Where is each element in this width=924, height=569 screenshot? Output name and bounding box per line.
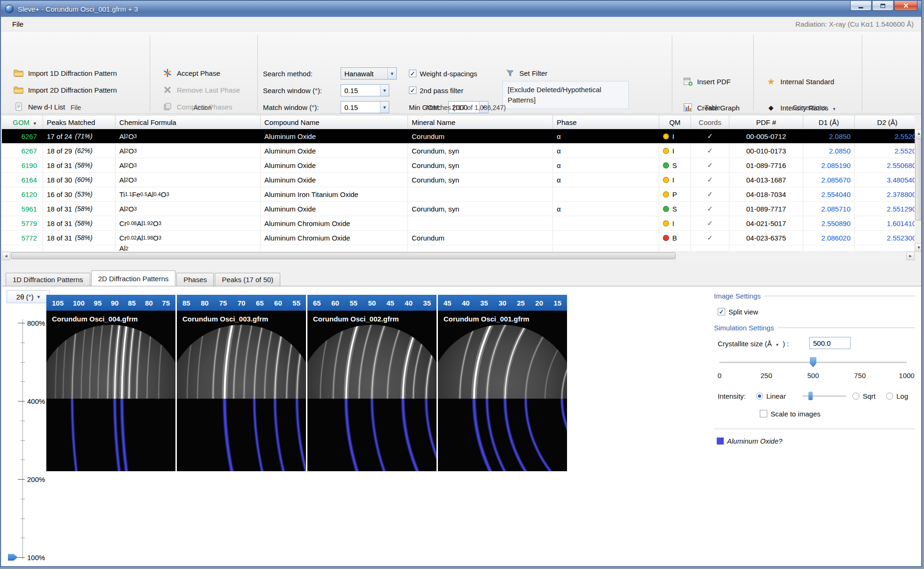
intensity-linear-radio[interactable]: Linear: [756, 391, 786, 401]
set-filter-button[interactable]: Set Filter: [502, 66, 550, 80]
zoom-minor-tick: [21, 518, 25, 519]
accept-phase-button[interactable]: Accept Phase: [159, 66, 223, 80]
table-row[interactable]: 626718 of 29(62%)Al2O3Aluminum OxideCoru…: [2, 144, 915, 158]
table-row[interactable]: 577918 of 31(58%)Cr0.08Al1.92O3Aluminum …: [2, 216, 915, 231]
zoom-track[interactable]: [22, 319, 23, 559]
table-row[interactable]: 619018 of 31(58%)Al2O3Aluminum OxideCoru…: [2, 158, 915, 173]
intensity-sqrt-radio[interactable]: Sqrt: [852, 391, 876, 401]
weight-d-spacings-checkbox[interactable]: Weight d-spacings: [409, 69, 477, 78]
import-2d-label: Import 2D Diffraction Pattern: [28, 86, 117, 94]
chevron-down-icon[interactable]: [380, 85, 389, 96]
zoom-thumb[interactable]: [8, 554, 18, 561]
menu-file[interactable]: File: [8, 19, 27, 29]
cell-pdf-number: 00-010-0173: [729, 144, 803, 158]
column-header[interactable]: Coords: [691, 116, 729, 129]
separator: [714, 429, 915, 429]
table-row[interactable]: 616418 of 30(60%)Al2O3Aluminum OxideCoru…: [2, 173, 915, 187]
cell-mineral-name: [408, 216, 553, 230]
scale-to-images-checkbox[interactable]: Scale to images: [760, 409, 821, 418]
column-header[interactable]: Phase: [553, 116, 659, 129]
cell-mineral-name: Corundum, syn: [408, 158, 553, 172]
matches-group-caption: Matches (117 of 1,036,247): [261, 104, 671, 111]
scale-tick-label: 60: [274, 299, 282, 307]
hscroll-thumb[interactable]: [11, 252, 676, 259]
cell-pdf-number: 04-021-5017: [729, 216, 803, 230]
scroll-left-button[interactable]: [2, 252, 10, 260]
scroll-right-button[interactable]: [906, 252, 915, 260]
scale-tick-label: 15: [553, 299, 561, 307]
two-theta-axis-dropdown[interactable]: 2θ (°): [7, 290, 50, 303]
cell-phase: α: [553, 129, 659, 143]
column-header[interactable]: D1 (Å): [803, 116, 855, 129]
vscroll-track[interactable]: [915, 138, 922, 243]
titlebar[interactable]: Sleve+ - Corundum Osci_001.gfrm + 3: [1, 1, 921, 17]
table-row[interactable]: 612016 of 30(53%)Ti1.1Fe0.5Al0.4O3Alumin…: [2, 187, 915, 202]
close-button[interactable]: [894, 1, 917, 11]
cell-peaks-matched: 18 of 31(58%): [43, 158, 116, 172]
table-row[interactable]: 577218 of 31(58%)Cr0.02Al1.98O3Aluminum …: [2, 231, 915, 245]
search-window-input[interactable]: 0.15: [341, 84, 389, 96]
second-pass-filter-checkbox[interactable]: 2nd pass filter: [409, 86, 463, 95]
scale-tick-label: 20: [535, 299, 543, 307]
chevron-down-icon[interactable]: [387, 68, 396, 79]
cell-pdf-number: 00-005-0712: [729, 129, 803, 143]
insert-pdf-button[interactable]: Insert PDF: [679, 74, 734, 88]
tab-peaks-17-of-50-[interactable]: Peaks (17 of 50): [215, 273, 280, 286]
column-header[interactable]: PDF #: [729, 116, 803, 129]
crystallite-slider[interactable]: [720, 357, 907, 368]
column-header[interactable]: Peaks Matched: [43, 116, 116, 129]
scroll-up-button[interactable]: [915, 129, 922, 138]
pattern-panel: 45403530252015Corundum Osci_001.gfrm: [438, 295, 567, 471]
folder-import-icon: [13, 85, 24, 95]
diffraction-image[interactable]: Corundum Osci_002.gfrm: [307, 311, 437, 471]
legend-item[interactable]: Aluminum Oxide?: [717, 436, 782, 445]
tab-phases[interactable]: Phases: [176, 273, 214, 286]
table-row[interactable]: Al2: [2, 245, 915, 252]
internal-standard-button[interactable]: ★ Internal Standard: [763, 74, 837, 88]
table-row[interactable]: 596118 of 31(58%)Al2O3Aluminum OxideCoru…: [2, 202, 915, 216]
cell-compound-name: Aluminum Chromium Oxide: [261, 231, 408, 245]
table-row[interactable]: 626717 of 24(71%)Al2O3Aluminum OxideCoru…: [2, 129, 915, 144]
cell-coords: ✓: [691, 173, 729, 187]
chevron-down-icon[interactable]: [775, 340, 779, 348]
intensity-log-radio[interactable]: Log: [886, 391, 908, 401]
remove-last-phase-button[interactable]: Remove Last Phase: [159, 83, 243, 97]
diffraction-image[interactable]: Corundum Osci_004.gfrm: [46, 311, 175, 471]
column-header[interactable]: Mineral Name: [408, 116, 553, 129]
search-method-select[interactable]: Hanawalt: [341, 67, 397, 80]
column-header[interactable]: GOM: [2, 116, 43, 129]
cell-gom: 5961: [2, 202, 43, 216]
cell-mineral-name: Corundum: [408, 129, 553, 143]
import-2d-button[interactable]: Import 2D Diffraction Pattern: [10, 83, 120, 97]
minimize-button[interactable]: [850, 1, 872, 11]
split-view-checkbox[interactable]: Split view: [718, 307, 758, 316]
table-vscrollbar[interactable]: [915, 129, 922, 252]
crystallite-size-input[interactable]: 500.0: [809, 337, 851, 349]
intensity-slider[interactable]: [803, 392, 846, 400]
import-1d-button[interactable]: Import 1D Diffraction Pattern: [10, 66, 120, 80]
group-divider: [257, 35, 258, 111]
column-header[interactable]: D2 (Å): [855, 116, 915, 129]
crystallite-slider-thumb[interactable]: [810, 357, 816, 367]
scroll-down-button[interactable]: [915, 243, 922, 252]
table-hscrollbar[interactable]: [2, 252, 915, 260]
hscroll-track[interactable]: [10, 252, 906, 260]
column-header[interactable]: Compound Name: [261, 116, 408, 129]
column-header[interactable]: QM: [659, 116, 691, 129]
vscroll-thumb[interactable]: [915, 139, 922, 220]
scale-tick-label: 55: [292, 299, 300, 307]
cell-peaks-matched: [43, 245, 116, 251]
diffraction-image[interactable]: Corundum Osci_003.gfrm: [177, 311, 306, 471]
image-settings-title: Image Settings: [714, 292, 761, 300]
cell-coords: ✓: [691, 216, 729, 230]
tab-2d-diffraction-patterns[interactable]: 2D Diffraction Patterns: [91, 270, 176, 286]
cell-gom: 6267: [2, 129, 43, 143]
cell-d2: 2.378800: [855, 187, 915, 201]
diffraction-image[interactable]: Corundum Osci_001.gfrm: [438, 311, 567, 471]
slider-tick-label: 1000: [899, 372, 914, 379]
zoom-minor-tick: [21, 381, 25, 382]
column-header[interactable]: Chemical Formula: [116, 116, 261, 129]
tab-1d-diffraction-patterns[interactable]: 1D Diffraction Patterns: [6, 273, 90, 286]
intensity-slider-thumb[interactable]: [808, 392, 813, 400]
maximize-button[interactable]: [872, 1, 894, 11]
